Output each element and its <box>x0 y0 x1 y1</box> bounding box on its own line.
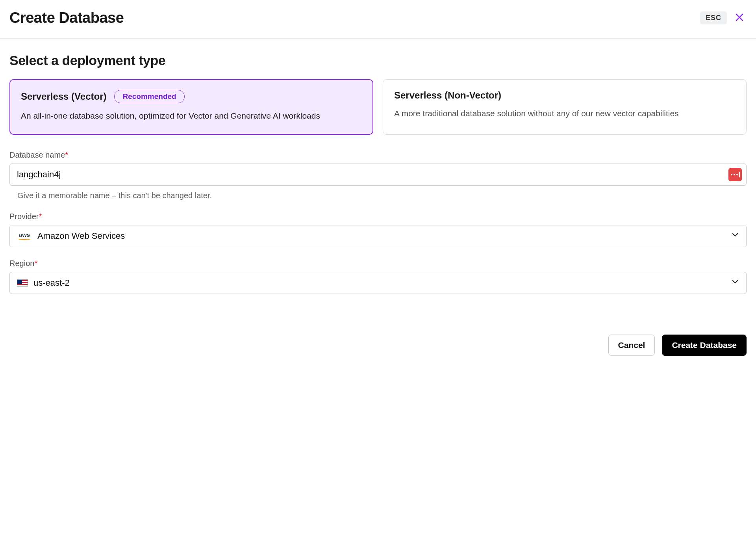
field-provider: Provider* aws Amazon Web Services <box>9 212 747 247</box>
dialog-title: Create Database <box>9 9 124 26</box>
close-button[interactable] <box>732 11 747 25</box>
database-name-label: Database name* <box>9 151 747 160</box>
input-wrapper <box>9 164 747 186</box>
select-value: us-east-2 <box>17 278 70 288</box>
required-marker: * <box>39 212 42 221</box>
database-name-input[interactable] <box>9 164 747 186</box>
card-description: An all-in-one database solution, optimiz… <box>21 110 362 123</box>
password-manager-icon[interactable] <box>728 168 742 181</box>
provider-value: Amazon Web Services <box>37 231 125 241</box>
dialog-footer: Cancel Create Database <box>0 325 756 365</box>
create-database-button[interactable]: Create Database <box>662 335 747 356</box>
card-title: Serverless (Vector) <box>21 91 106 102</box>
field-region: Region* us-east-2 <box>9 259 747 294</box>
us-flag-icon <box>17 279 28 286</box>
database-name-help: Give it a memorable name – this can't be… <box>9 191 747 200</box>
card-header: Serverless (Vector) Recommended <box>21 90 362 103</box>
chevron-down-icon <box>731 231 739 241</box>
close-icon <box>735 13 744 24</box>
region-label: Region* <box>9 259 747 268</box>
cancel-button[interactable]: Cancel <box>608 335 655 356</box>
region-select[interactable]: us-east-2 <box>9 272 747 294</box>
card-title: Serverless (Non-Vector) <box>394 90 501 101</box>
aws-logo-icon: aws <box>17 232 32 240</box>
card-description: A more traditional database solution wit… <box>394 107 735 120</box>
provider-label: Provider* <box>9 212 747 221</box>
select-value: aws Amazon Web Services <box>17 231 125 241</box>
card-header: Serverless (Non-Vector) <box>394 90 735 101</box>
esc-badge[interactable]: ESC <box>700 11 727 24</box>
deployment-type-cards: Serverless (Vector) Recommended An all-i… <box>9 79 747 135</box>
recommended-badge: Recommended <box>114 90 184 103</box>
field-database-name: Database name* Give it a memorable name … <box>9 151 747 200</box>
region-value: us-east-2 <box>33 278 70 288</box>
required-marker: * <box>65 151 68 159</box>
deployment-card-nonvector[interactable]: Serverless (Non-Vector) A more tradition… <box>383 79 747 135</box>
dialog-content: Select a deployment type Serverless (Vec… <box>0 39 756 325</box>
deployment-card-vector[interactable]: Serverless (Vector) Recommended An all-i… <box>9 79 373 135</box>
required-marker: * <box>34 259 37 268</box>
provider-select[interactable]: aws Amazon Web Services <box>9 225 747 247</box>
dialog-header: Create Database ESC <box>0 0 756 39</box>
chevron-down-icon <box>731 278 739 288</box>
section-title: Select a deployment type <box>9 53 747 68</box>
header-actions: ESC <box>700 11 747 25</box>
